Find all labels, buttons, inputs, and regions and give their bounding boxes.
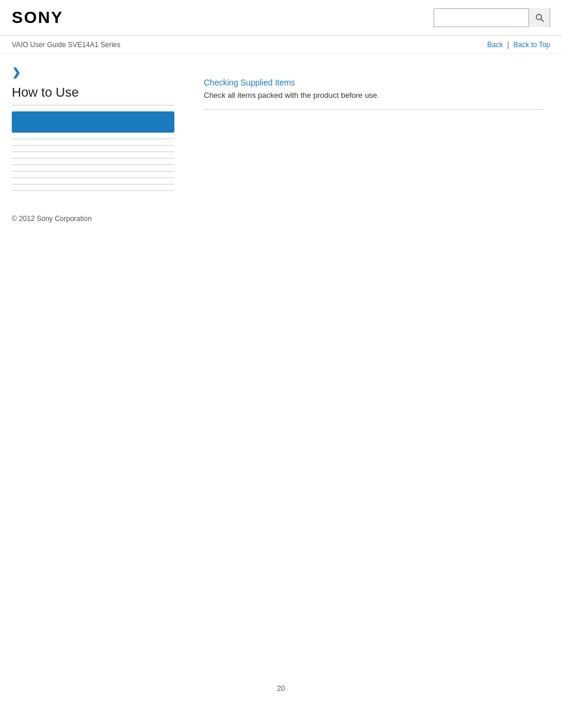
nav-title: VAIO User Guide SVE14A1 Series <box>12 41 121 49</box>
content-divider <box>204 109 544 110</box>
sidebar-line <box>12 171 174 172</box>
sidebar-line <box>12 158 174 159</box>
main-content: ❯ How to Use © 2012 Sony Corporation Che… <box>0 54 562 235</box>
svg-line-1 <box>541 19 543 21</box>
sidebar-line <box>12 164 174 165</box>
sidebar-line <box>12 151 174 152</box>
sidebar-active-item[interactable] <box>12 111 174 133</box>
sidebar-line <box>12 177 174 178</box>
header-right <box>434 8 550 27</box>
page-wrapper: SONY VAIO User Guide SVE14A1 Series Back… <box>0 0 562 728</box>
sidebar: ❯ How to Use © 2012 Sony Corporation <box>0 54 186 235</box>
sidebar-line <box>12 184 174 185</box>
search-input[interactable] <box>434 9 528 27</box>
sidebar-line <box>12 145 174 146</box>
header: SONY <box>0 0 562 36</box>
nav-bar: VAIO User Guide SVE14A1 Series Back | Ba… <box>0 36 562 54</box>
chevron-right-icon: ❯ <box>12 66 174 79</box>
sidebar-lines-group <box>12 139 174 191</box>
search-box <box>434 8 550 27</box>
sony-logo: SONY <box>12 8 63 27</box>
content-area: Checking Supplied Items Check all items … <box>186 54 562 235</box>
search-icon <box>535 13 544 22</box>
content-description: Check all items packed with the product … <box>204 91 544 100</box>
nav-links: Back | Back to Top <box>487 41 550 49</box>
nav-separator: | <box>507 41 509 49</box>
sidebar-line <box>12 190 174 191</box>
copyright: © 2012 Sony Corporation <box>12 209 174 223</box>
back-link[interactable]: Back <box>487 41 503 49</box>
checking-supplied-items-link[interactable]: Checking Supplied Items <box>204 78 544 87</box>
sidebar-line <box>12 139 174 139</box>
page-number: 20 <box>277 673 285 704</box>
search-button[interactable] <box>528 8 550 27</box>
sidebar-section-title: How to Use <box>12 85 174 106</box>
back-to-top-link[interactable]: Back to Top <box>514 41 550 49</box>
